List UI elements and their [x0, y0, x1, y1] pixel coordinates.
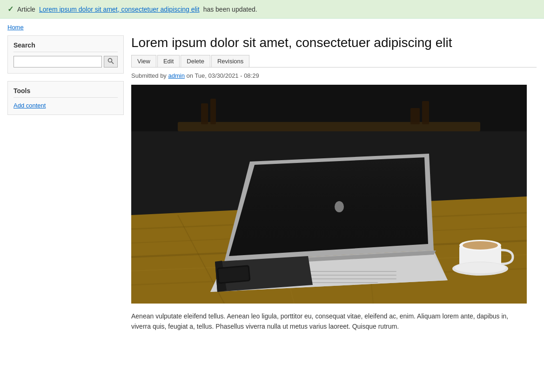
svg-rect-27 [218, 266, 249, 282]
content-area: Lorem ipsum dolor sit amet, consectetuer… [131, 35, 537, 332]
svg-rect-38 [410, 108, 420, 124]
svg-point-31 [463, 241, 498, 250]
svg-point-0 [108, 59, 112, 62]
tab-view[interactable]: View [131, 55, 156, 67]
search-button[interactable] [104, 56, 118, 68]
article-body: Aenean vulputate eleifend tellus. Aenean… [131, 311, 527, 332]
tools-block: Tools Add content [7, 81, 124, 115]
tab-edit[interactable]: Edit [157, 55, 180, 67]
svg-rect-37 [210, 99, 216, 124]
svg-rect-39 [422, 101, 429, 124]
article-title: Lorem ipsum dolor sit amet, consectetuer… [131, 35, 537, 50]
svg-point-33 [455, 262, 506, 273]
search-input[interactable] [13, 56, 102, 68]
search-block: Search [7, 35, 124, 74]
tools-heading: Tools [13, 87, 118, 98]
author-link[interactable]: admin [168, 72, 185, 79]
main-layout: Search Tools Add content Lorem ipsum dol… [0, 35, 544, 332]
laptop-scene-svg [131, 85, 527, 304]
svg-line-1 [112, 62, 114, 64]
tab-delete[interactable]: Delete [181, 55, 210, 67]
banner-article-link[interactable]: Lorem ipsum dolor sit amet, consectetuer… [39, 6, 200, 13]
banner-message-suffix: has been updated. [203, 6, 257, 13]
svg-rect-35 [178, 122, 480, 131]
search-row [13, 56, 118, 68]
submitted-prefix: Submitted by [131, 72, 167, 79]
submitted-suffix: on Tue, 03/30/2021 - 08:29 [187, 72, 259, 79]
add-content-link[interactable]: Add content [13, 102, 46, 109]
submitted-line: Submitted by admin on Tue, 03/30/2021 - … [131, 72, 537, 79]
check-icon: ✓ [7, 5, 13, 14]
home-link[interactable]: Home [7, 24, 24, 31]
tab-bar: View Edit Delete Revisions [131, 55, 537, 68]
breadcrumb: Home [0, 19, 544, 35]
banner-message-prefix: Article [17, 6, 35, 13]
svg-marker-16 [229, 157, 428, 256]
sidebar: Search Tools Add content [7, 35, 124, 332]
search-icon [107, 58, 114, 64]
success-banner: ✓ Article Lorem ipsum dolor sit amet, co… [0, 0, 544, 19]
svg-rect-36 [201, 103, 208, 124]
svg-point-23 [335, 201, 344, 212]
search-heading: Search [13, 41, 118, 52]
tab-revisions[interactable]: Revisions [211, 55, 249, 67]
article-image [131, 85, 527, 304]
